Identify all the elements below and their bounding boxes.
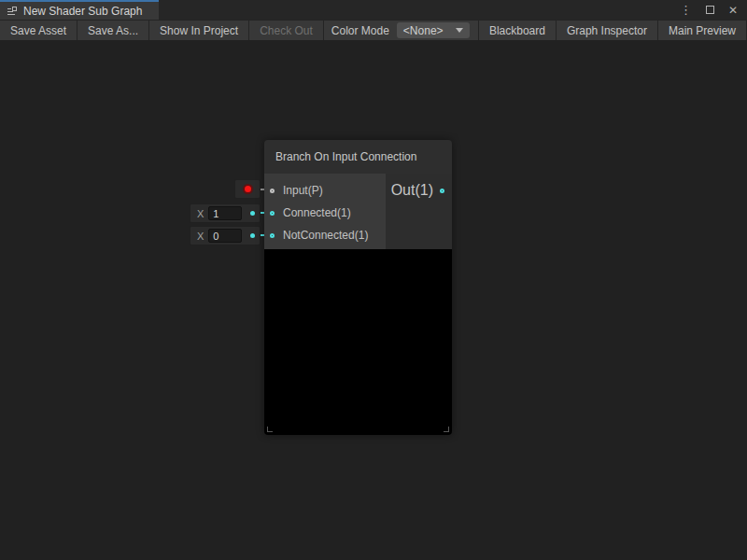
graph-inspector-toggle-button[interactable]: Graph Inspector <box>556 21 657 40</box>
save-as-button[interactable]: Save As... <box>78 21 149 40</box>
main-preview-toggle-button[interactable]: Main Preview <box>657 21 747 40</box>
node-preview <box>264 249 452 435</box>
show-in-project-button[interactable]: Show In Project <box>149 21 249 40</box>
close-icon[interactable]: ✕ <box>728 4 738 17</box>
x-component-label: X <box>197 231 204 242</box>
chevron-down-icon <box>456 28 463 33</box>
out-port-icon[interactable] <box>440 189 444 193</box>
save-asset-button[interactable]: Save Asset <box>0 21 78 40</box>
port-row-input-p: Input(P) <box>264 179 386 202</box>
notconnected-value-field[interactable] <box>208 229 242 243</box>
graph-canvas[interactable]: X X Branch On Input Connection Input(P) … <box>0 41 747 560</box>
kebab-menu-icon[interactable]: ⋮ <box>680 3 692 17</box>
blackboard-toggle-button[interactable]: Blackboard <box>478 21 556 40</box>
node-branch-on-input-connection[interactable]: Branch On Input Connection Input(P) Conn… <box>264 140 452 435</box>
notconnected-default-widget: X <box>190 226 261 245</box>
port-row-out: Out(1) <box>386 179 452 202</box>
output-ports-column: Out(1) <box>386 174 452 249</box>
color-mode-dropdown[interactable]: <None> <box>397 22 470 38</box>
resize-handle-right-icon[interactable] <box>444 427 449 432</box>
notconnected-port-icon[interactable] <box>270 233 275 238</box>
shader-graph-icon <box>7 6 18 17</box>
tab-bar: New Shader Sub Graph ⋮ ✕ <box>0 0 747 20</box>
port-label: NotConnected(1) <box>283 229 368 242</box>
connected-value-field[interactable] <box>208 206 242 220</box>
connected-default-widget: X <box>190 203 261 223</box>
maximize-icon[interactable] <box>706 6 714 14</box>
color-mode-value: <None> <box>403 24 444 37</box>
port-label: Out(1) <box>391 182 433 199</box>
port-stub-dot-icon <box>250 233 255 238</box>
port-stub-dot-icon <box>250 211 255 216</box>
x-component-label: X <box>197 208 204 219</box>
connected-port-icon[interactable] <box>270 211 275 216</box>
input-p-default-widget[interactable] <box>234 179 261 199</box>
window-controls: ⋮ ✕ <box>680 0 747 20</box>
tab-title: New Shader Sub Graph <box>23 5 142 18</box>
check-out-button: Check Out <box>249 21 324 40</box>
input-p-port-icon[interactable] <box>270 189 275 193</box>
port-row-notconnected: NotConnected(1) <box>264 224 386 246</box>
input-ports-column: Input(P) Connected(1) NotConnected(1) <box>264 174 386 249</box>
color-mode-label: Color Mode <box>324 21 397 40</box>
node-ports-section: Input(P) Connected(1) NotConnected(1) Ou… <box>264 174 452 249</box>
toolbar: Save Asset Save As... Show In Project Ch… <box>0 20 747 40</box>
red-value-dot-icon <box>245 186 251 192</box>
port-label: Input(P) <box>283 184 323 197</box>
tab-new-shader-sub-graph[interactable]: New Shader Sub Graph <box>0 0 159 20</box>
port-label: Connected(1) <box>283 206 351 219</box>
port-row-connected: Connected(1) <box>264 202 386 224</box>
resize-handle-left-icon[interactable] <box>267 427 273 432</box>
node-title: Branch On Input Connection <box>264 140 452 174</box>
